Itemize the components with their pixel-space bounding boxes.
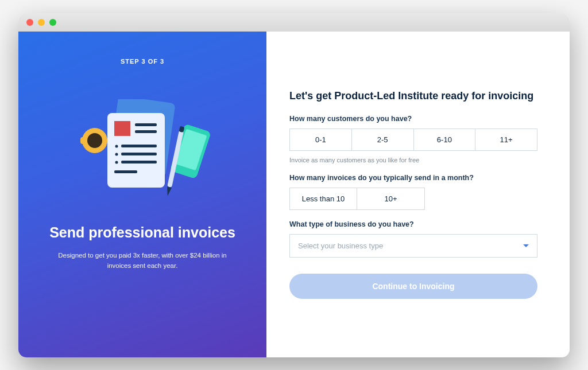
svg-point-8 (115, 145, 118, 147)
svg-rect-11 (121, 153, 157, 155)
customers-option-2-5[interactable]: 2-5 (352, 128, 414, 151)
svg-rect-2 (80, 137, 86, 144)
invoices-options: Less than 10 10+ (289, 188, 537, 210)
customers-option-6-10[interactable]: 6-10 (414, 128, 476, 151)
business-type-select-wrap: Select your business type (289, 234, 537, 258)
business-type-label: What type of business do you have? (289, 220, 537, 228)
window-close-icon[interactable] (26, 19, 33, 26)
svg-point-1 (87, 133, 102, 148)
svg-point-10 (115, 153, 118, 155)
svg-rect-19 (179, 126, 185, 132)
coffee-cup-icon (79, 124, 111, 157)
marketing-subtext: Designed to get you paid 3x faster, with… (56, 250, 229, 271)
continue-button[interactable]: Continue to Invoicing (289, 274, 537, 299)
content-split: STEP 3 OF 3 (18, 32, 570, 357)
svg-rect-9 (121, 145, 157, 147)
customers-option-11plus[interactable]: 11+ (475, 128, 537, 151)
customers-helper: Invoice as many customers as you like fo… (289, 157, 537, 163)
customers-label: How many customers do you have? (289, 115, 537, 123)
svg-rect-7 (135, 130, 157, 133)
invoices-option-10plus[interactable]: 10+ (357, 188, 425, 210)
invoice-illustration (82, 91, 203, 206)
svg-rect-14 (114, 170, 137, 173)
business-type-placeholder: Select your business type (298, 242, 383, 250)
customers-options: 0-1 2-5 6-10 11+ (289, 128, 537, 151)
invoices-label: How many invoices do you typically send … (289, 174, 537, 182)
customers-option-0-1[interactable]: 0-1 (289, 128, 352, 151)
marketing-panel: STEP 3 OF 3 (18, 32, 266, 357)
svg-rect-13 (121, 161, 157, 163)
invoices-option-less-10[interactable]: Less than 10 (289, 188, 357, 210)
svg-marker-18 (165, 186, 172, 196)
svg-rect-5 (114, 121, 130, 136)
document-front-icon (107, 113, 171, 193)
business-type-select[interactable]: Select your business type (289, 234, 537, 258)
form-panel: Let's get Product-Led Institute ready fo… (266, 32, 570, 357)
marketing-heading: Send professional invoices (49, 224, 235, 241)
svg-point-12 (115, 161, 118, 163)
title-bar (18, 13, 570, 32)
app-window: STEP 3 OF 3 (18, 13, 570, 357)
window-minimize-icon[interactable] (38, 19, 45, 26)
chevron-down-icon (523, 244, 529, 247)
window-zoom-icon[interactable] (49, 19, 56, 26)
form-heading: Let's get Product-Led Institute ready fo… (289, 90, 537, 102)
svg-rect-6 (135, 123, 157, 126)
step-indicator: STEP 3 OF 3 (121, 58, 164, 65)
